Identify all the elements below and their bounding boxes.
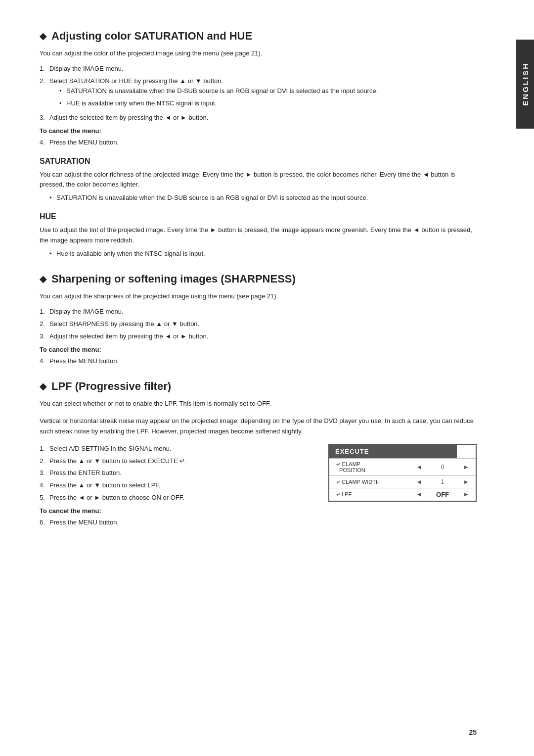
section3-body: Vertical or horizontal streak noise may … — [40, 416, 477, 437]
lpf-label: ↵ LPF — [329, 488, 409, 501]
step-item: 2.Select SHARPNESS by pressing the ▲ or … — [40, 319, 477, 330]
table-header: EXECUTE — [329, 444, 457, 459]
clamp-width-value: 1 — [428, 475, 456, 488]
section1-title: ◆ Adjusting color SATURATION and HUE — [40, 30, 477, 43]
clamp-width-left-arrow: ◄ — [409, 475, 428, 488]
step-item: 1.Display the IMAGE menu. — [40, 64, 477, 74]
step-item: 2.Press the ▲ or ▼ button to select EXEC… — [40, 456, 313, 467]
cancel-menu-1: To cancel the menu: — [40, 127, 477, 135]
clamp-width-label: ↵ CLAMP WIDTH — [329, 475, 409, 488]
section-lpf: ◆ LPF (Progressive filter) You can selec… — [40, 380, 477, 531]
lpf-menu-col: EXECUTE ↵ CLAMP POSITION ◄ 0 ► — [328, 444, 477, 532]
page-number: 25 — [469, 728, 477, 736]
side-tab-label: ENGLISH — [521, 62, 530, 106]
section2-intro: You can adjust the sharpness of the proj… — [40, 291, 477, 302]
hue-body: Use to adjust the tint of the projected … — [40, 225, 477, 246]
step-item: 5.Press the ◄ or ► button to choose ON o… — [40, 493, 313, 503]
clamp-position-left-arrow: ◄ — [409, 458, 428, 475]
saturation-bullet: SATURATION is unavailable when the D-SUB… — [49, 193, 477, 203]
section3-steps: 1.Select A/D SETTING in the SIGNAL menu.… — [40, 444, 313, 503]
saturation-bullets: SATURATION is unavailable when the D-SUB… — [49, 193, 477, 203]
hue-title: HUE — [40, 212, 477, 221]
main-content: ◆ Adjusting color SATURATION and HUE You… — [0, 0, 516, 756]
diamond-icon: ◆ — [40, 31, 46, 42]
section1-intro: You can adjust the color of the projecte… — [40, 48, 477, 59]
table-row: ↵ CLAMP WIDTH ◄ 1 ► — [329, 475, 476, 488]
step-item: 3.Adjust the selected item by pressing t… — [40, 113, 477, 123]
table-row: ↵ LPF ◄ OFF ► — [329, 488, 476, 501]
section1-steps: 1.Display the IMAGE menu. 2. Select SATU… — [40, 64, 477, 123]
diamond-icon-3: ◆ — [40, 381, 46, 392]
hue-bullet: Hue is available only when the NTSC sign… — [49, 249, 477, 259]
lpf-value: OFF — [428, 488, 456, 501]
section2-steps: 1.Display the IMAGE menu. 2.Select SHARP… — [40, 307, 477, 341]
lpf-steps-col: 1.Select A/D SETTING in the SIGNAL menu.… — [40, 444, 313, 532]
clamp-position-value: 0 — [428, 458, 456, 475]
clamp-position-label: ↵ CLAMP POSITION — [329, 458, 409, 475]
cancel-menu-2: To cancel the menu: — [40, 346, 477, 353]
hue-bullets: Hue is available only when the NTSC sign… — [49, 249, 477, 259]
saturation-title: SATURATION — [40, 157, 477, 166]
lpf-two-col: 1.Select A/D SETTING in the SIGNAL menu.… — [40, 444, 477, 532]
section3-title: ◆ LPF (Progressive filter) — [40, 380, 477, 393]
cancel-menu-3: To cancel the menu: — [40, 507, 313, 515]
cancel-step-list-3: 6.Press the MENU button. — [40, 518, 313, 528]
section2-title: ◆ Sharpening or softening images (SHARPN… — [40, 273, 477, 285]
saturation-body: You can adjust the color richness of the… — [40, 170, 477, 190]
step-item: 2. Select SATURATION or HUE by pressing … — [40, 76, 477, 109]
cancel-step-item: 4.Press the MENU button. — [40, 138, 477, 148]
page-container: ENGLISH ◆ Adjusting color SATURATION and… — [0, 0, 534, 756]
lpf-left-arrow: ◄ — [409, 488, 428, 501]
step-item: 1.Display the IMAGE menu. — [40, 307, 477, 317]
step-item: 1.Select A/D SETTING in the SIGNAL menu. — [40, 444, 313, 454]
step2-bullets: SATURATION is unavailable when the D-SUB… — [59, 86, 477, 109]
cancel-step-list-2: 4.Press the MENU button. — [40, 356, 477, 367]
saturation-subsection: SATURATION You can adjust the color rich… — [40, 157, 477, 203]
cancel-step-item-3: 6.Press the MENU button. — [40, 518, 313, 528]
section-sharpness: ◆ Sharpening or softening images (SHARPN… — [40, 273, 477, 366]
step-item: 3.Press the ENTER button. — [40, 468, 313, 478]
section-saturation-hue: ◆ Adjusting color SATURATION and HUE You… — [40, 30, 477, 259]
cancel-step-item-2: 4.Press the MENU button. — [40, 356, 477, 367]
execute-menu-table: EXECUTE ↵ CLAMP POSITION ◄ 0 ► — [328, 444, 477, 502]
step-item: 3.Adjust the selected item by pressing t… — [40, 331, 477, 342]
hue-subsection: HUE Use to adjust the tint of the projec… — [40, 212, 477, 259]
bullet-item: SATURATION is unavailable when the D-SUB… — [59, 86, 477, 96]
bullet-item: HUE is available only when the NTSC sign… — [59, 98, 477, 109]
cancel-step-list-1: 4.Press the MENU button. — [40, 138, 477, 148]
section3-intro: You can select whether or not to enable … — [40, 399, 477, 409]
diamond-icon-2: ◆ — [40, 274, 46, 284]
side-tab: ENGLISH — [516, 40, 534, 129]
lpf-right-arrow: ► — [457, 488, 476, 501]
step-item: 4.Press the ▲ or ▼ button to select LPF. — [40, 480, 313, 491]
table-row: ↵ CLAMP POSITION ◄ 0 ► — [329, 458, 476, 475]
clamp-position-right-arrow: ► — [457, 458, 476, 475]
clamp-width-right-arrow: ► — [457, 475, 476, 488]
